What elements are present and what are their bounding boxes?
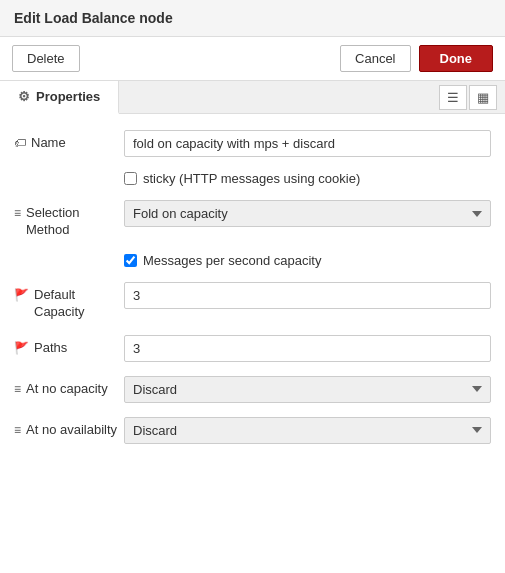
tag-icon: 🏷 bbox=[14, 136, 26, 150]
tab-properties-label: Properties bbox=[36, 89, 100, 104]
default-capacity-label-text: Default Capacity bbox=[34, 287, 124, 321]
default-capacity-label: 🚩 Default Capacity bbox=[14, 282, 124, 321]
mps-label[interactable]: Messages per second capacity bbox=[143, 253, 321, 268]
capacity-icon: 🚩 bbox=[14, 288, 29, 302]
at-no-capacity-label-text: At no capacity bbox=[26, 381, 108, 398]
sticky-checkbox[interactable] bbox=[124, 172, 137, 185]
at-no-availability-label-text: At no availabilty bbox=[26, 422, 117, 439]
name-row: 🏷 Name bbox=[14, 130, 491, 157]
selection-method-select[interactable]: Fold on capacity Round robin Least conne… bbox=[124, 200, 491, 227]
sticky-label[interactable]: sticky (HTTP messages using cookie) bbox=[143, 171, 360, 186]
at-no-availability-label: ≡ At no availabilty bbox=[14, 417, 124, 439]
sticky-row: sticky (HTTP messages using cookie) bbox=[124, 171, 491, 186]
paths-input[interactable] bbox=[124, 335, 491, 362]
delete-button[interactable]: Delete bbox=[12, 45, 80, 72]
tab-icon-grid[interactable]: ▦ bbox=[469, 85, 497, 110]
action-buttons: Cancel Done bbox=[340, 45, 493, 72]
modal-title: Edit Load Balance node bbox=[0, 0, 505, 37]
paths-label-text: Paths bbox=[34, 340, 67, 357]
at-no-capacity-select[interactable]: Discard Wait Redirect bbox=[124, 376, 491, 403]
mps-row: Messages per second capacity bbox=[124, 253, 491, 268]
tab-icon-group: ☰ ▦ bbox=[439, 85, 505, 110]
mps-checkbox[interactable] bbox=[124, 254, 137, 267]
selection-method-label: ≡ Selection Method bbox=[14, 200, 124, 239]
toolbar: Delete Cancel Done bbox=[0, 37, 505, 81]
selection-method-label-text: Selection Method bbox=[26, 205, 124, 239]
at-no-availability-select[interactable]: Discard Wait Redirect bbox=[124, 417, 491, 444]
paths-icon: 🚩 bbox=[14, 341, 29, 355]
at-no-availability-row: ≡ At no availabilty Discard Wait Redirec… bbox=[14, 417, 491, 444]
at-no-capacity-label: ≡ At no capacity bbox=[14, 376, 124, 398]
tab-properties[interactable]: ⚙ Properties bbox=[0, 81, 119, 114]
selection-icon: ≡ bbox=[14, 206, 21, 220]
name-label: 🏷 Name bbox=[14, 130, 124, 152]
content-area: 🏷 Name sticky (HTTP messages using cooki… bbox=[0, 114, 505, 474]
done-button[interactable]: Done bbox=[419, 45, 494, 72]
cancel-button[interactable]: Cancel bbox=[340, 45, 410, 72]
tab-icon-list[interactable]: ☰ bbox=[439, 85, 467, 110]
name-input[interactable] bbox=[124, 130, 491, 157]
paths-label: 🚩 Paths bbox=[14, 335, 124, 357]
tabs-bar: ⚙ Properties ☰ ▦ bbox=[0, 81, 505, 114]
no-availability-icon: ≡ bbox=[14, 423, 21, 437]
default-capacity-input[interactable] bbox=[124, 282, 491, 309]
at-no-capacity-row: ≡ At no capacity Discard Wait Redirect bbox=[14, 376, 491, 403]
gear-icon: ⚙ bbox=[18, 89, 30, 104]
modal-title-text: Edit Load Balance node bbox=[14, 10, 173, 26]
default-capacity-row: 🚩 Default Capacity bbox=[14, 282, 491, 321]
name-label-text: Name bbox=[31, 135, 66, 152]
selection-method-row: ≡ Selection Method Fold on capacity Roun… bbox=[14, 200, 491, 239]
paths-row: 🚩 Paths bbox=[14, 335, 491, 362]
no-capacity-icon: ≡ bbox=[14, 382, 21, 396]
